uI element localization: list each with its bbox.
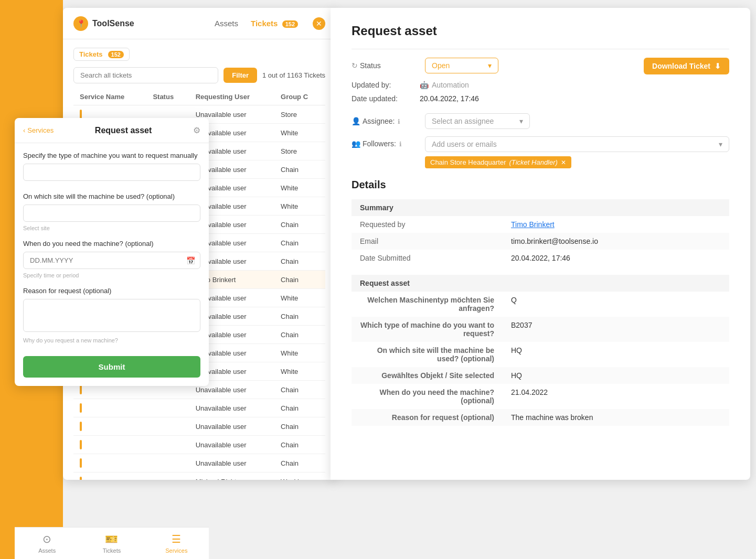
back-button[interactable]: ‹ Services — [23, 126, 54, 134]
assignee-field-row: 👤Assignee: ℹ Select an assignee ▾ — [352, 113, 729, 129]
cell-group: White — [274, 289, 325, 307]
cell-status — [146, 472, 189, 480]
nav-item-tickets[interactable]: 🎫 Tickets — [79, 528, 144, 559]
cell-service — [73, 417, 146, 436]
reason-hint: Why do you request a new machine? — [23, 337, 200, 343]
question-3-label: When do you need the machine? (optional) — [23, 240, 200, 248]
detail-value: B2037 — [503, 317, 729, 342]
app-header: 📍 ToolSense Assets Tickets 152 ✕ — [63, 8, 336, 39]
download-ticket-button[interactable]: Download Ticket ⬇ — [644, 58, 729, 74]
table-row[interactable]: Michael Richter Wackl — [73, 472, 325, 480]
status-dropdown[interactable]: Open ▾ — [425, 58, 498, 73]
followers-input[interactable]: Add users or emails ▾ — [425, 136, 729, 152]
table-row[interactable]: Unavailable user Chain — [73, 399, 325, 417]
logo-text: ToolSense — [92, 19, 134, 28]
cell-service — [73, 472, 146, 480]
date-updated-value: 20.04.2022, 17:46 — [420, 94, 479, 103]
nav-item-services[interactable]: ☰ Services — [144, 528, 209, 559]
assignee-info-icon: ℹ — [398, 118, 400, 125]
col-user: Requesting User — [189, 89, 274, 105]
tickets-count-text: 1 out of 1163 Tickets — [262, 71, 325, 79]
search-filter-row: Filter 1 out of 1163 Tickets — [73, 67, 325, 83]
detail-label: Welchen Maschinentyp möchten Sie anfrage… — [352, 292, 503, 317]
follower-tag-role: (Ticket Handler) — [509, 158, 558, 166]
date-submitted-value: 20.04.2022, 17:46 — [503, 250, 729, 266]
cell-status — [146, 454, 189, 472]
slide-panel-body: Specify the type of machine you want to … — [15, 143, 209, 386]
download-icon: ⬇ — [715, 62, 721, 70]
date-input[interactable] — [23, 252, 200, 269]
cell-status — [146, 436, 189, 454]
updated-by-label: Updated by: — [352, 81, 420, 89]
cell-group: White — [274, 362, 325, 381]
tickets-tab-badge: 152 — [108, 51, 124, 58]
detail-value: HQ — [503, 367, 729, 384]
question-2-label: On which site will the machine be used? … — [23, 192, 200, 200]
email-label: Email — [352, 233, 503, 250]
cell-group: Chain — [274, 436, 325, 454]
updated-by-row: Updated by: 🤖 Automation — [352, 81, 644, 89]
details-table: Request asset Welchen Maschinentyp möcht… — [352, 275, 729, 426]
detail-label: Reason for request (optional) — [352, 409, 503, 426]
machine-type-input[interactable] — [23, 164, 200, 181]
assets-nav-icon: ⊙ — [42, 533, 51, 545]
cell-service — [73, 399, 146, 417]
slide-panel: ‹ Services Request asset ⚙ Specify the t… — [15, 118, 209, 386]
filter-button[interactable]: Filter — [223, 68, 257, 83]
follower-tag: Chain Store Headquarter (Ticket Handler)… — [425, 156, 571, 168]
assignee-label: 👤Assignee: ℹ — [352, 117, 420, 125]
header-nav: Assets Tickets 152 — [215, 19, 298, 28]
table-row[interactable]: Unavailable user Chain — [73, 454, 325, 472]
updated-by-value: 🤖 Automation — [420, 81, 469, 89]
tickets-nav-label: Tickets — [103, 547, 121, 554]
date-updated-row: Date updated: 20.04.2022, 17:46 — [352, 94, 644, 103]
requested-by-value: Timo Brinkert — [503, 216, 729, 233]
logo-icon: 📍 — [73, 16, 88, 31]
slide-panel-title: Request asset — [59, 126, 188, 135]
assets-nav-label: Assets — [38, 547, 56, 554]
details-section: Details Summary Requested by Timo Brinke… — [352, 179, 729, 426]
cell-group: White — [274, 179, 325, 197]
cell-user: Unavailable user — [189, 417, 274, 436]
detail-value: Q — [503, 292, 729, 317]
submit-button[interactable]: Submit — [23, 356, 200, 378]
details-row: Reason for request (optional) The machin… — [352, 409, 729, 426]
detail-label: On which site will the machine be used? … — [352, 342, 503, 367]
cell-user: Michael Richter — [189, 472, 274, 480]
col-service: Service Name — [73, 89, 146, 105]
reason-input[interactable] — [23, 299, 200, 332]
ticket-indicator — [80, 458, 82, 468]
nav-assets[interactable]: Assets — [215, 19, 238, 28]
details-row: On which site will the machine be used? … — [352, 342, 729, 367]
services-nav-label: Services — [165, 547, 187, 554]
bottom-nav: ⊙ Assets 🎫 Tickets ☰ Services — [15, 527, 209, 559]
right-panel-title: Request asset — [352, 24, 729, 38]
search-input[interactable] — [73, 67, 218, 83]
cell-group: Store — [274, 142, 325, 160]
right-panel: Request asset ↻Status Open ▾ Updated by:… — [331, 8, 750, 480]
question-4-label: Reason for request (optional) — [23, 287, 200, 295]
table-row[interactable]: Unavailable user Chain — [73, 436, 325, 454]
nav-item-assets[interactable]: ⊙ Assets — [15, 528, 79, 559]
follower-remove-button[interactable]: ✕ — [561, 159, 566, 166]
cell-group: Chain — [274, 454, 325, 472]
ticket-indicator — [80, 385, 82, 394]
chevron-down-icon: ▾ — [488, 61, 492, 70]
requested-by-link[interactable]: Timo Brinkert — [511, 220, 555, 229]
status-field-row: ↻Status Open ▾ — [352, 58, 644, 73]
date-input-wrapper: 📅 — [23, 252, 200, 269]
status-row: ↻Status Open ▾ Updated by: 🤖 Automation … — [352, 58, 729, 108]
followers-info-icon: ℹ — [399, 141, 402, 148]
table-row[interactable]: Unavailable user Chain — [73, 417, 325, 436]
gear-icon[interactable]: ⚙ — [193, 125, 200, 135]
cell-group: Chain — [274, 271, 325, 289]
detail-label: Gewähltes Objekt / Site selected — [352, 367, 503, 384]
nav-tickets[interactable]: Tickets 152 — [251, 19, 298, 28]
cell-group: Chain — [274, 252, 325, 271]
assignee-dropdown[interactable]: Select an assignee ▾ — [425, 113, 530, 129]
tickets-tab[interactable]: Tickets 152 — [73, 48, 130, 61]
cell-user: Unavailable user — [189, 454, 274, 472]
site-input[interactable] — [23, 205, 200, 222]
close-button[interactable]: ✕ — [313, 17, 325, 30]
summary-section-header: Summary — [352, 199, 729, 216]
